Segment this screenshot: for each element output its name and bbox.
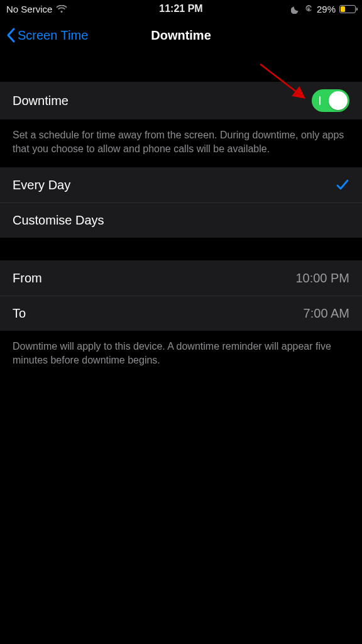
checkmark-icon (336, 178, 349, 192)
from-value: 10:00 PM (295, 271, 349, 286)
status-bar: No Service 11:21 PM 29% (0, 0, 362, 18)
from-time-row[interactable]: From 10:00 PM (0, 260, 362, 296)
customise-days-row[interactable]: Customise Days (0, 203, 362, 238)
downtime-toggle-row: Downtime (0, 82, 362, 119)
downtime-label: Downtime (13, 94, 312, 108)
downtime-toggle[interactable] (312, 89, 349, 112)
to-label: To (13, 306, 304, 321)
nav-bar: Screen Time Downtime (0, 18, 362, 53)
downtime-description: Set a schedule for time away from the sc… (0, 119, 362, 167)
section-gap (0, 53, 362, 82)
customise-days-label: Customise Days (13, 213, 349, 228)
status-time: 11:21 PM (0, 3, 362, 14)
every-day-row[interactable]: Every Day (0, 167, 362, 203)
schedule-mode-group: Every Day Customise Days (0, 167, 362, 238)
battery-icon (339, 5, 356, 13)
downtime-toggle-group: Downtime (0, 82, 362, 119)
every-day-label: Every Day (13, 178, 336, 192)
section-gap (0, 238, 362, 260)
to-time-row[interactable]: To 7:00 AM (0, 296, 362, 331)
to-value: 7:00 AM (304, 306, 349, 321)
time-range-group: From 10:00 PM To 7:00 AM (0, 260, 362, 331)
from-label: From (13, 271, 295, 286)
page-title: Downtime (0, 28, 362, 43)
device-footer-note: Downtime will apply to this device. A do… (0, 331, 362, 379)
